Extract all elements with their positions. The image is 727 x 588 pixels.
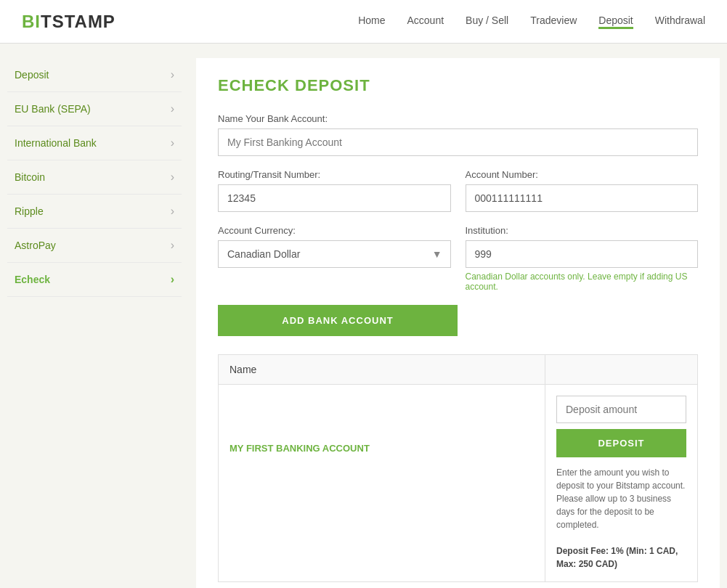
main-content: ECHECK DEPOSIT Name Your Bank Account: R…: [196, 58, 720, 588]
add-bank-account-button[interactable]: ADD BANK ACCOUNT: [218, 305, 458, 336]
chevron-right-icon-intl: ›: [171, 136, 174, 150]
currency-select-wrapper: Canadian Dollar US Dollar ▼: [218, 240, 451, 268]
institution-input[interactable]: [466, 240, 699, 268]
sidebar-item-bitcoin[interactable]: Bitcoin ›: [7, 160, 182, 195]
sidebar-item-deposit[interactable]: Deposit ›: [7, 58, 182, 92]
nav-home[interactable]: Home: [358, 15, 385, 29]
sidebar-label-deposit: Deposit: [15, 69, 49, 81]
sidebar-item-intl-bank[interactable]: International Bank ›: [7, 126, 182, 160]
account-number-label: Account Number:: [466, 169, 699, 180]
routing-account-row: Routing/Transit Number: Account Number:: [218, 169, 698, 212]
sidebar-label-eu-bank: EU Bank (SEPA): [15, 103, 91, 115]
sidebar-label-astropay: AstroPay: [15, 240, 56, 251]
deposit-amount-input[interactable]: [556, 396, 686, 423]
institution-helper: Canadian Dollar accounts only. Leave emp…: [466, 271, 699, 292]
sidebar-item-astropay[interactable]: AstroPay ›: [7, 229, 182, 263]
account-number-input[interactable]: [466, 184, 699, 212]
chevron-right-icon-echeck: ›: [171, 273, 174, 286]
col-name-header: Name: [219, 355, 545, 385]
sidebar-item-ripple[interactable]: Ripple ›: [7, 195, 182, 229]
currency-group: Account Currency: Canadian Dollar US Dol…: [218, 225, 451, 292]
page-title: ECHECK DEPOSIT: [218, 76, 698, 95]
routing-group: Routing/Transit Number:: [218, 169, 451, 212]
chevron-right-icon-eu: ›: [171, 102, 174, 115]
nav-buysell[interactable]: Buy / Sell: [466, 15, 508, 29]
sidebar-item-echeck[interactable]: Echeck ›: [7, 263, 182, 297]
sidebar-label-intl-bank: International Bank: [15, 137, 97, 149]
chevron-right-icon-deposit: ›: [171, 68, 174, 81]
nav-tradeview[interactable]: Tradeview: [530, 15, 577, 29]
main-nav: Home Account Buy / Sell Tradeview Deposi…: [358, 15, 705, 29]
table-row: MY FIRST BANKING ACCOUNT DEPOSIT Enter t…: [219, 385, 698, 582]
deposit-fee: Deposit Fee: 1% (Min: 1 CAD, Max: 250 CA…: [556, 546, 678, 569]
currency-label: Account Currency:: [218, 225, 451, 236]
currency-institution-row: Account Currency: Canadian Dollar US Dol…: [218, 225, 698, 292]
logo-stamp: TSTAMP: [41, 12, 115, 31]
institution-group: Institution: Canadian Dollar accounts on…: [466, 225, 699, 292]
bank-account-name-group: Name Your Bank Account:: [218, 113, 698, 156]
nav-account[interactable]: Account: [407, 15, 444, 29]
routing-label: Routing/Transit Number:: [218, 169, 451, 180]
nav-deposit[interactable]: Deposit: [598, 15, 633, 29]
sidebar: Deposit › EU Bank (SEPA) › International…: [7, 58, 196, 588]
header: BITSTAMP Home Account Buy / Sell Tradevi…: [0, 0, 727, 44]
deposit-info-text: Enter the amount you wish to deposit to …: [556, 467, 685, 530]
account-name-cell: MY FIRST BANKING ACCOUNT: [219, 385, 545, 582]
chevron-right-icon-astropay: ›: [171, 239, 174, 252]
page-container: Deposit › EU Bank (SEPA) › International…: [0, 44, 727, 588]
sidebar-label-bitcoin: Bitcoin: [15, 171, 45, 183]
routing-input[interactable]: [218, 184, 451, 212]
sidebar-item-eu-bank[interactable]: EU Bank (SEPA) ›: [7, 92, 182, 126]
table-header-row: Name: [219, 355, 698, 385]
currency-select[interactable]: Canadian Dollar US Dollar: [218, 240, 451, 268]
sidebar-label-ripple: Ripple: [15, 205, 44, 217]
logo: BITSTAMP: [22, 12, 115, 32]
chevron-right-icon-bitcoin: ›: [171, 171, 174, 184]
account-name: MY FIRST BANKING ACCOUNT: [230, 443, 370, 454]
deposit-cell: DEPOSIT Enter the amount you wish to dep…: [545, 385, 698, 582]
nav-withdrawal[interactable]: Withdrawal: [655, 15, 705, 29]
deposit-info: Enter the amount you wish to deposit to …: [556, 466, 686, 571]
sidebar-label-echeck: Echeck: [15, 274, 50, 285]
bank-account-label: Name Your Bank Account:: [218, 113, 698, 124]
bank-account-input[interactable]: [218, 128, 698, 156]
chevron-right-icon-ripple: ›: [171, 205, 174, 218]
institution-label: Institution:: [466, 225, 699, 236]
logo-bit: BI: [22, 12, 41, 31]
deposit-button[interactable]: DEPOSIT: [556, 429, 686, 457]
account-number-group: Account Number:: [466, 169, 699, 212]
accounts-table: Name MY FIRST BANKING ACCOUNT DEPOSIT En…: [218, 354, 698, 582]
col-action-header: [545, 355, 698, 385]
